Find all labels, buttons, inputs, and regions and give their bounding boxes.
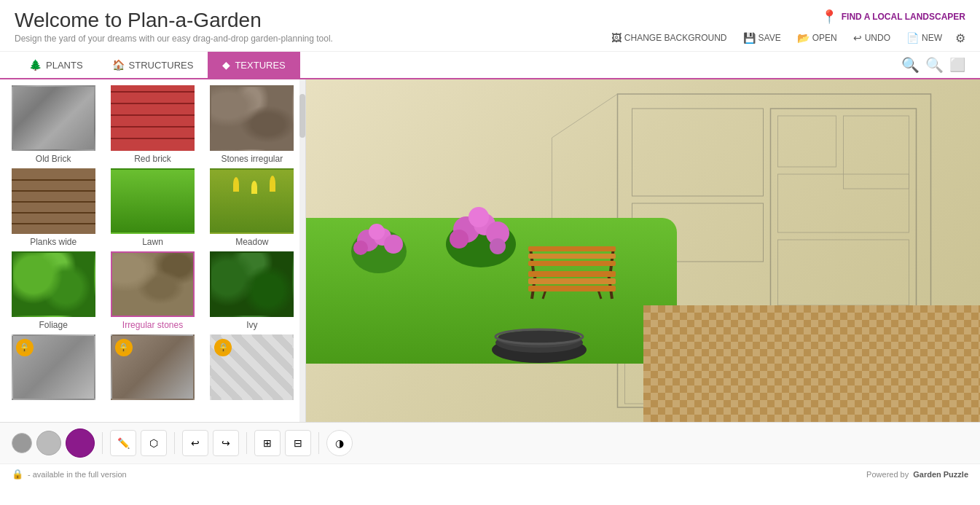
texture-locked-2[interactable]: 🔒 — [105, 334, 200, 400]
open-label: OPEN — [812, 33, 837, 43]
tree-icon: 🌲 — [29, 59, 42, 71]
pencil-tool-button[interactable]: ✏️ — [110, 430, 136, 456]
garden-bench — [525, 233, 619, 309]
bush-left — [346, 211, 412, 280]
svg-point-24 — [450, 230, 469, 248]
scroll-thumb — [299, 94, 305, 138]
texture-locked-3-preview: 🔒 — [210, 334, 294, 400]
find-landscaper-button[interactable]: 📍 FIND A LOCAL LANDSCAPER — [821, 9, 965, 25]
undo-button[interactable]: ↩ UNDO — [850, 31, 893, 45]
save-label: SAVE — [758, 33, 781, 43]
lock-icon-3: 🔒 — [214, 339, 232, 356]
app-title: Welcome to Plan-a-Garden — [15, 9, 333, 32]
bush-right — [441, 197, 521, 273]
texture-locked-3[interactable]: 🔒 — [205, 334, 299, 400]
zoom-controls: 🔍 🔍 ⬜ — [901, 56, 965, 74]
header-right: 📍 FIND A LOCAL LANDSCAPER 🖼 CHANGE BACKG… — [608, 9, 965, 45]
zoom-out-button[interactable]: 🔍 — [925, 56, 944, 74]
svg-rect-5 — [844, 116, 909, 189]
texture-old-brick-preview — [12, 85, 95, 151]
grid-view-button[interactable]: ⊞ — [254, 430, 281, 456]
tab-textures-label: TEXTURES — [235, 60, 285, 71]
texture-locked-1-preview: 🔒 — [12, 334, 95, 400]
scrollbar[interactable] — [299, 79, 305, 422]
brush-size-small-button[interactable] — [12, 433, 32, 453]
texture-old-brick-label: Old Brick — [36, 154, 71, 164]
gravel-area — [643, 305, 981, 422]
folder-icon: 📂 — [797, 32, 810, 44]
texture-ivy-label: Ivy — [246, 320, 257, 330]
svg-rect-33 — [528, 278, 616, 284]
change-background-label: CHANGE BACKGROUND — [624, 33, 727, 43]
texture-stones-irregular-label: Stones irregular — [221, 154, 283, 164]
texture-irregular-stones-label: Irregular stones — [122, 320, 183, 330]
svg-rect-32 — [528, 271, 616, 277]
texture-locked-1[interactable]: 🔒 — [6, 334, 101, 400]
redo-tool-button[interactable]: ↪ — [213, 430, 239, 456]
svg-point-27 — [490, 238, 506, 254]
footer-right: Powered by Garden Puzzle — [866, 470, 968, 479]
texture-ivy[interactable]: Ivy — [205, 251, 299, 330]
brush-size-medium-button[interactable] — [36, 431, 61, 455]
tabs-left: 🌲 PLANTS 🏠 STRUCTURES ◆ TEXTURES — [15, 52, 300, 78]
garden-canvas-area[interactable] — [306, 79, 980, 422]
footer-hint: 🔒 - available in the full version — [12, 469, 127, 479]
svg-rect-4 — [778, 116, 836, 167]
contrast-button[interactable]: ◑ — [326, 430, 353, 456]
texture-foliage-label: Foliage — [39, 320, 67, 330]
app-subtitle: Design the yard of your dreams with our … — [15, 34, 333, 44]
zoom-in-button[interactable]: 🔍 — [901, 56, 920, 74]
svg-rect-34 — [528, 286, 616, 291]
svg-rect-7 — [778, 240, 909, 305]
settings-icon[interactable]: ⚙ — [955, 31, 965, 45]
texture-red-brick-preview — [111, 85, 195, 151]
texture-foliage[interactable]: Foliage — [6, 251, 101, 330]
open-button[interactable]: 📂 OPEN — [794, 31, 840, 45]
fire-pit — [488, 313, 590, 367]
texture-lawn-label: Lawn — [142, 237, 163, 247]
texture-lawn[interactable]: Lawn — [105, 168, 200, 247]
lock-hint-icon: 🔒 — [12, 469, 23, 479]
header-left: Welcome to Plan-a-Garden Design the yard… — [15, 9, 333, 44]
texture-planks-wide[interactable]: Planks wide — [6, 168, 101, 247]
pin-icon: 📍 — [821, 9, 837, 25]
texture-irregular-stones[interactable]: Irregular stones — [105, 251, 200, 330]
new-button[interactable]: 📄 NEW — [903, 31, 945, 45]
brush-size-large-button[interactable] — [66, 428, 95, 458]
texture-stones-irregular[interactable]: Stones irregular — [205, 85, 299, 164]
change-background-button[interactable]: 🖼 CHANGE BACKGROUND — [608, 31, 730, 45]
tab-structures[interactable]: 🏠 STRUCTURES — [98, 52, 208, 79]
texture-planks-preview — [12, 168, 95, 234]
texture-red-brick-label: Red brick — [134, 154, 171, 164]
svg-point-18 — [353, 240, 368, 255]
save-button[interactable]: 💾 SAVE — [740, 31, 784, 45]
find-landscaper-label: FIND A LOCAL LANDSCAPER — [842, 12, 965, 22]
footer: 🔒 - available in the full version Powere… — [0, 463, 980, 484]
garden-canvas — [306, 79, 980, 422]
main-area: Old Brick Red brick Stones irregular Pla… — [0, 79, 980, 422]
texture-locked-2-preview: 🔒 — [111, 334, 195, 400]
svg-line-12 — [552, 94, 618, 138]
house-icon: 🏠 — [112, 59, 125, 71]
toolbar-buttons: 🖼 CHANGE BACKGROUND 💾 SAVE 📂 OPEN ↩ UNDO… — [608, 31, 965, 45]
tab-textures[interactable]: ◆ TEXTURES — [208, 52, 299, 79]
svg-point-26 — [469, 207, 489, 227]
svg-point-44 — [498, 331, 580, 342]
header: Welcome to Plan-a-Garden Design the yard… — [0, 0, 980, 52]
texture-old-brick[interactable]: Old Brick — [6, 85, 101, 164]
eraser-tool-button[interactable]: ⬡ — [141, 430, 167, 456]
brand-label: Garden Puzzle — [913, 470, 968, 479]
fit-button[interactable]: ⬜ — [949, 57, 965, 73]
undo-label: UNDO — [865, 33, 890, 43]
texture-meadow[interactable]: Meadow — [205, 168, 299, 247]
grid-dense-button[interactable]: ⊟ — [285, 430, 311, 456]
texture-irregular-stones-preview — [111, 251, 195, 317]
texture-red-brick[interactable]: Red brick — [105, 85, 200, 164]
svg-rect-39 — [528, 261, 616, 266]
undo-tool-button[interactable]: ↩ — [182, 430, 208, 456]
tab-plants[interactable]: 🌲 PLANTS — [15, 52, 98, 79]
svg-rect-38 — [528, 254, 616, 259]
undo-icon: ↩ — [853, 32, 862, 44]
footer-hint-text: - available in the full version — [28, 470, 127, 479]
new-icon: 📄 — [906, 32, 919, 44]
